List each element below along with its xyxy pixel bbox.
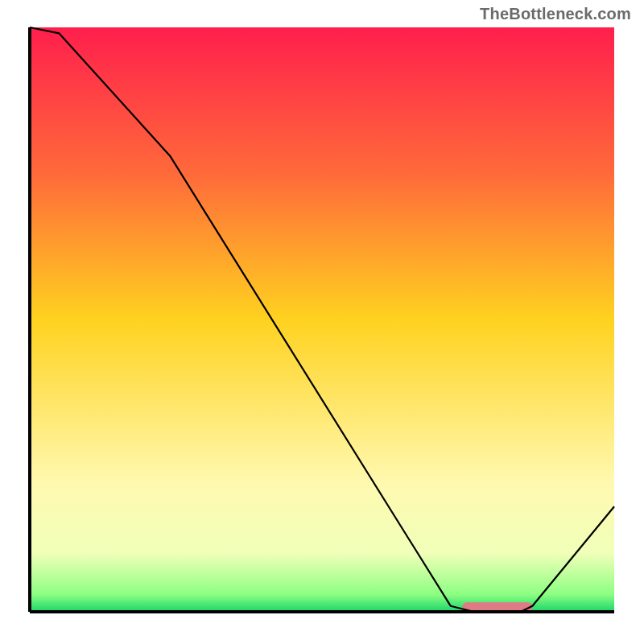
chart-svg [28, 26, 616, 613]
bottleneck-plot [28, 26, 616, 613]
chart-container: TheBottleneck.com [0, 0, 644, 644]
gradient-background [30, 27, 614, 612]
watermark-text: TheBottleneck.com [480, 5, 631, 23]
